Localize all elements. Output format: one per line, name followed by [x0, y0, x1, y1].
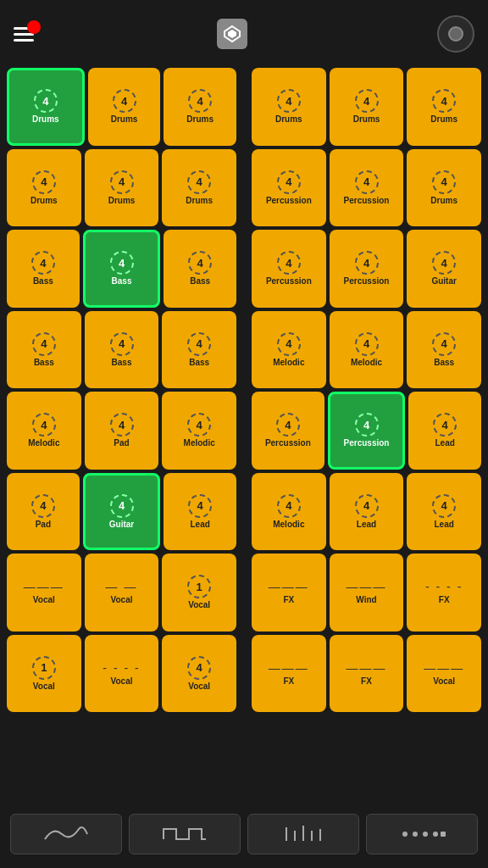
cell-left-panel-6-0[interactable]: ———Vocal	[7, 554, 81, 632]
row-4: 4Percussion4Percussion4Lead	[252, 392, 481, 470]
cell-right-panel-7-1[interactable]: ———FX	[330, 635, 404, 713]
row-7: 1Vocal- - - -Vocal4Vocal	[7, 635, 236, 713]
cell-left-panel-2-1[interactable]: 4Bass	[83, 230, 161, 308]
cell-right-panel-7-2[interactable]: ———Vocal	[407, 635, 481, 713]
record-button[interactable]	[437, 15, 474, 53]
cell-line-icon: ———	[269, 580, 309, 593]
cell-left-panel-2-0[interactable]: 4Bass	[7, 230, 80, 308]
cell-label: Lead	[191, 520, 210, 529]
cell-right-panel-4-0[interactable]: 4Percussion	[252, 392, 324, 470]
cell-left-panel-7-1[interactable]: - - - -Vocal	[85, 635, 159, 713]
cell-right-panel-3-1[interactable]: 4Melodic	[330, 311, 404, 389]
cell-left-panel-6-2[interactable]: 1Vocal	[162, 554, 236, 632]
toolbar-wave3-button[interactable]	[247, 814, 359, 854]
cell-number: 4	[32, 170, 56, 194]
cell-left-panel-4-0[interactable]: 4Melodic	[7, 392, 81, 470]
record-indicator	[448, 26, 463, 42]
cell-right-panel-0-0[interactable]: 4Drums	[252, 68, 326, 146]
cell-right-panel-6-2[interactable]: - - - -FX	[407, 554, 481, 632]
cell-label: Vocal	[111, 595, 133, 604]
cell-number: 4	[110, 251, 134, 275]
cell-right-panel-2-1[interactable]: 4Percussion	[330, 230, 404, 308]
cell-left-panel-5-0[interactable]: 4Pad	[7, 473, 80, 551]
cell-left-panel-0-2[interactable]: 4Drums	[164, 68, 236, 146]
grid-container: 4Drums4Drums4Drums4Drums4Drums4Drums4Bas…	[0, 68, 488, 712]
cell-right-panel-0-1[interactable]: 4Drums	[330, 68, 404, 146]
cell-left-panel-0-1[interactable]: 4Drums	[88, 68, 161, 146]
cell-label: Bass	[112, 358, 132, 367]
cell-right-panel-1-0[interactable]: 4Percussion	[252, 149, 326, 227]
menu-button[interactable]	[14, 27, 34, 42]
cell-number: 4	[187, 332, 211, 356]
cell-number: 4	[113, 89, 136, 113]
cell-right-panel-0-2[interactable]: 4Drums	[407, 68, 481, 146]
cell-number: 4	[187, 656, 211, 680]
cell-label: Percussion	[344, 196, 390, 205]
cell-label: Wind	[356, 595, 376, 604]
cell-right-panel-6-0[interactable]: ———FX	[252, 554, 326, 632]
cell-left-panel-3-0[interactable]: 4Bass	[7, 311, 81, 389]
cell-label: Drums	[186, 196, 213, 205]
cell-label: Vocal	[188, 600, 210, 609]
cell-line-icon: ———	[24, 580, 64, 593]
row-0: 4Drums4Drums4Drums	[252, 68, 481, 146]
cell-label: Melodic	[273, 520, 304, 529]
cell-right-panel-3-0[interactable]: 4Melodic	[252, 311, 326, 389]
cell-label: Lead	[435, 438, 455, 448]
right-panel: 4Drums4Drums4Drums4Percussion4Percussion…	[252, 68, 481, 712]
cell-right-panel-4-1[interactable]: 4Percussion	[328, 392, 406, 470]
cell-left-panel-1-1[interactable]: 4Drums	[85, 149, 159, 227]
cell-right-panel-3-2[interactable]: 4Bass	[407, 311, 481, 389]
toolbar-wave4-button[interactable]	[366, 814, 478, 854]
cell-left-panel-4-1[interactable]: 4Pad	[85, 392, 159, 470]
cell-left-panel-1-0[interactable]: 4Drums	[7, 149, 81, 227]
app-header	[0, 0, 488, 68]
cell-left-panel-1-2[interactable]: 4Drums	[162, 149, 236, 227]
cell-label: Bass	[112, 276, 132, 286]
cell-label: Lead	[435, 520, 454, 529]
cell-right-panel-4-2[interactable]: 4Lead	[408, 392, 481, 470]
cell-left-panel-3-2[interactable]: 4Bass	[162, 311, 236, 389]
cell-label: Bass	[33, 276, 53, 286]
svg-point-10	[433, 832, 438, 837]
cell-number: 1	[32, 656, 56, 680]
cell-label: Drums	[186, 114, 214, 124]
cell-left-panel-5-2[interactable]: 4Lead	[164, 473, 236, 551]
cell-right-panel-1-2[interactable]: 4Drums	[407, 149, 481, 227]
cell-label: Bass	[34, 358, 54, 367]
cell-right-panel-2-2[interactable]: 4Guitar	[407, 230, 481, 308]
cell-label: Vocal	[33, 682, 55, 691]
cell-number: 4	[187, 170, 211, 194]
cell-left-panel-3-1[interactable]: 4Bass	[85, 311, 159, 389]
cell-right-panel-1-1[interactable]: 4Percussion	[330, 149, 404, 227]
cell-number: 4	[110, 494, 134, 518]
cell-right-panel-5-0[interactable]: 4Melodic	[252, 473, 326, 551]
cell-left-panel-2-2[interactable]: 4Bass	[164, 230, 236, 308]
row-3: 4Bass4Bass4Bass	[7, 311, 236, 389]
cell-number: 4	[188, 251, 212, 275]
cell-left-panel-6-1[interactable]: — —Vocal	[85, 554, 159, 632]
cell-label: Drums	[32, 114, 59, 124]
cell-label: Percussion	[266, 276, 312, 286]
toolbar-wave1-button[interactable]	[10, 814, 122, 854]
cell-right-panel-5-2[interactable]: 4Lead	[407, 473, 481, 551]
notification-badge	[27, 20, 41, 34]
cell-left-panel-7-0[interactable]: 1Vocal	[7, 635, 81, 713]
cell-right-panel-6-1[interactable]: ———Wind	[330, 554, 404, 632]
cell-left-panel-5-1[interactable]: 4Guitar	[83, 473, 161, 551]
cell-right-panel-2-0[interactable]: 4Percussion	[252, 230, 326, 308]
cell-label: FX	[283, 595, 294, 604]
cell-right-panel-7-0[interactable]: ———FX	[252, 635, 326, 713]
bottom-toolbar	[0, 800, 488, 868]
cell-left-panel-0-0[interactable]: 4Drums	[7, 68, 85, 146]
toolbar-wave2-button[interactable]	[129, 814, 241, 854]
cell-right-panel-5-1[interactable]: 4Lead	[330, 473, 404, 551]
row-1: 4Percussion4Percussion4Drums	[252, 149, 481, 227]
cell-label: Pad	[36, 520, 51, 529]
cell-left-panel-4-2[interactable]: 4Melodic	[162, 392, 236, 470]
svg-marker-1	[228, 30, 236, 38]
row-2: 4Bass4Bass4Bass	[7, 230, 236, 308]
cell-label: Bass	[189, 358, 209, 367]
cell-left-panel-7-2[interactable]: 4Vocal	[162, 635, 236, 713]
cell-line-icon: - - - -	[425, 580, 463, 593]
